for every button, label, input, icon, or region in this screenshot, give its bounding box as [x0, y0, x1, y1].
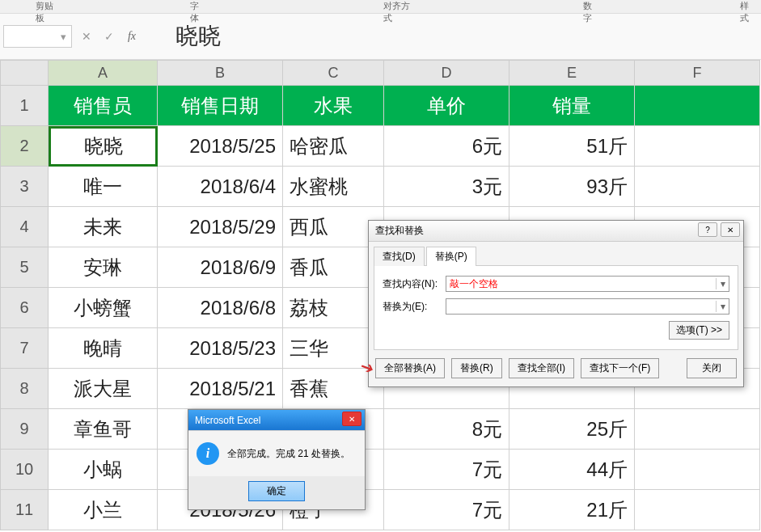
tab-find[interactable]: 查找(D)	[374, 247, 425, 266]
row-header-11[interactable]: 11	[0, 490, 49, 530]
close-button[interactable]: 关闭	[687, 358, 737, 378]
row-header-5[interactable]: 5	[0, 247, 49, 288]
cell-F11[interactable]	[635, 490, 760, 530]
cell-E11[interactable]: 21斤	[509, 490, 635, 530]
cell-D11[interactable]: 7元	[384, 490, 509, 530]
cell-F3[interactable]	[635, 167, 760, 207]
cell-A5[interactable]: 安琳	[49, 247, 158, 288]
msgbox-title-bar[interactable]: Microsoft Excel ✕	[188, 410, 365, 431]
dialog-close-icon[interactable]: ✕	[721, 222, 740, 237]
cell-B5[interactable]: 2018/6/9	[158, 247, 283, 288]
msgbox-title: Microsoft Excel	[195, 415, 260, 426]
replace-with-input[interactable]: ▾	[446, 298, 729, 315]
replace-button[interactable]: 替换(R)	[451, 358, 502, 378]
cell-C3[interactable]: 水蜜桃	[283, 167, 384, 207]
find-replace-dialog: 查找和替换 ? ✕ 查找(D) 替换(P) 查找内容(N): 敲一个空格 ▾ 替…	[368, 220, 744, 387]
cell-A6[interactable]: 小螃蟹	[49, 288, 158, 328]
cell-B8[interactable]: 2018/5/21	[158, 369, 283, 409]
cell-D1[interactable]: 单价	[384, 86, 509, 126]
replace-dropdown-icon[interactable]: ▾	[716, 301, 729, 312]
message-box: Microsoft Excel ✕ i 全部完成。完成 21 处替换。 确定	[188, 409, 366, 510]
replace-all-button[interactable]: 全部替换(A)	[375, 358, 445, 378]
cell-E9[interactable]: 25斤	[509, 409, 635, 450]
select-all-corner[interactable]	[0, 60, 49, 86]
cancel-formula-icon[interactable]: ✕	[75, 25, 98, 48]
dialog-title: 查找和替换	[375, 224, 424, 238]
cell-B1[interactable]: 销售日期	[158, 86, 283, 126]
dialog-help-icon[interactable]: ?	[698, 222, 717, 237]
col-header-B[interactable]: B	[158, 60, 283, 86]
fx-icon[interactable]: fx	[120, 25, 143, 48]
col-header-E[interactable]: E	[509, 60, 635, 86]
col-header-A[interactable]: A	[49, 60, 158, 86]
formula-value[interactable]: 晓晓	[175, 21, 221, 52]
cell-F2[interactable]	[635, 126, 760, 167]
row-header-1[interactable]: 1	[0, 86, 49, 126]
col-header-F[interactable]: F	[635, 60, 760, 86]
cell-A4[interactable]: 未来	[49, 207, 158, 247]
msgbox-message: 全部完成。完成 21 处替换。	[227, 447, 350, 461]
find-dropdown-icon[interactable]: ▾	[716, 278, 729, 289]
cell-F1[interactable]	[635, 86, 760, 126]
row-header-7[interactable]: 7	[0, 328, 49, 369]
cell-D9[interactable]: 8元	[384, 409, 509, 450]
row-header-2[interactable]: 2	[0, 126, 49, 167]
cell-A7[interactable]: 晚晴	[49, 328, 158, 369]
cell-D3[interactable]: 3元	[384, 167, 509, 207]
cell-A10[interactable]: 小蜗	[49, 450, 158, 490]
cell-D10[interactable]: 7元	[384, 450, 509, 490]
cell-F10[interactable]	[635, 450, 760, 490]
cell-A11[interactable]: 小兰	[49, 490, 158, 530]
row-header-10[interactable]: 10	[0, 450, 49, 490]
cell-A3[interactable]: 唯一	[49, 167, 158, 207]
find-all-button[interactable]: 查找全部(I)	[509, 358, 574, 378]
options-button[interactable]: 选项(T) >>	[669, 321, 729, 340]
cell-C1[interactable]: 水果	[283, 86, 384, 126]
cell-B3[interactable]: 2018/6/4	[158, 167, 283, 207]
cell-F9[interactable]	[635, 409, 760, 450]
col-header-D[interactable]: D	[384, 60, 509, 86]
tab-replace[interactable]: 替换(P)	[426, 247, 476, 266]
cell-E2[interactable]: 51斤	[509, 126, 635, 167]
find-next-button[interactable]: 查找下一个(F)	[581, 358, 659, 378]
cell-A9[interactable]: 章鱼哥	[49, 409, 158, 450]
row-header-8[interactable]: 8	[0, 369, 49, 409]
cell-A8[interactable]: 派大星	[49, 369, 158, 409]
cell-B6[interactable]: 2018/6/8	[158, 288, 283, 328]
name-box[interactable]: ▾	[3, 25, 72, 48]
cell-E10[interactable]: 44斤	[509, 450, 635, 490]
col-header-C[interactable]: C	[283, 60, 384, 86]
cell-A1[interactable]: 销售员	[49, 86, 158, 126]
msgbox-close-icon[interactable]: ✕	[342, 412, 361, 426]
row-header-4[interactable]: 4	[0, 207, 49, 247]
cell-C2[interactable]: 哈密瓜	[283, 126, 384, 167]
cell-B7[interactable]: 2018/5/23	[158, 328, 283, 369]
cell-E3[interactable]: 93斤	[509, 167, 635, 207]
cell-B4[interactable]: 2018/5/29	[158, 207, 283, 247]
find-what-label: 查找内容(N):	[383, 277, 446, 291]
cell-B2[interactable]: 2018/5/25	[158, 126, 283, 167]
confirm-formula-icon[interactable]: ✓	[98, 25, 120, 48]
cell-D2[interactable]: 6元	[384, 126, 509, 167]
replace-with-label: 替换为(E):	[383, 300, 446, 314]
row-header-9[interactable]: 9	[0, 409, 49, 450]
name-box-dropdown-icon[interactable]: ▾	[61, 31, 66, 43]
row-header-6[interactable]: 6	[0, 288, 49, 328]
row-header-3[interactable]: 3	[0, 167, 49, 207]
cell-E1[interactable]: 销量	[509, 86, 635, 126]
dialog-title-bar[interactable]: 查找和替换 ? ✕	[369, 221, 743, 242]
ok-button[interactable]: 确定	[248, 481, 305, 501]
info-icon: i	[197, 442, 219, 465]
ribbon-group-labels: 剪贴板 字体 对齐方式 数字 样式	[0, 0, 761, 13]
cell-A2[interactable]: 晓晓	[49, 126, 158, 167]
find-what-input[interactable]: 敲一个空格 ▾	[446, 276, 729, 292]
